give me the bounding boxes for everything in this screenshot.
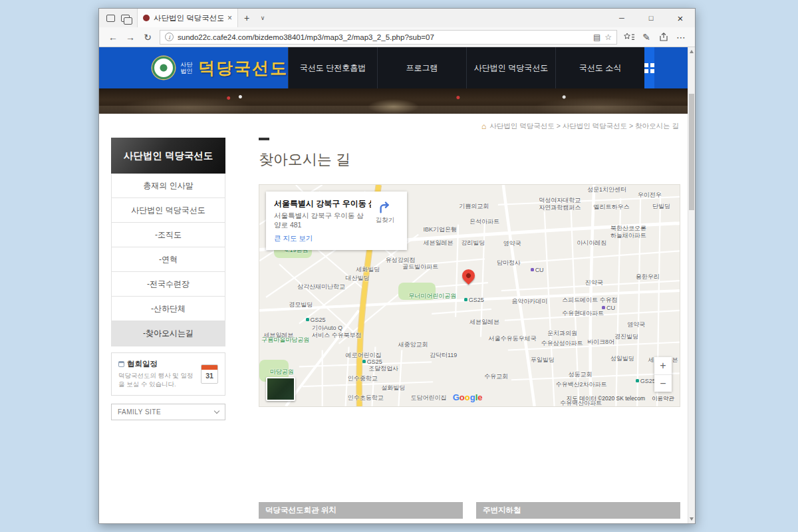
sidebar: 사단법인 덕당국선도 총재의 인사말사단법인 덕당국선도-조직도-연혁-전국수련… bbox=[111, 138, 225, 523]
minimize-button[interactable]: ─ bbox=[607, 9, 636, 27]
scroll-up-icon[interactable] bbox=[690, 50, 694, 53]
brand-dot-icon bbox=[306, 318, 309, 321]
directions-label: 길찾기 bbox=[376, 216, 395, 225]
scrollbar[interactable] bbox=[688, 47, 695, 523]
scroll-down-icon[interactable] bbox=[690, 517, 694, 521]
map-attribution: 지도 데이터 ©2020 SK telecom bbox=[567, 395, 645, 403]
section-title: 덕당국선도회관 위치 bbox=[259, 502, 463, 519]
map-label: 도담어린이집 bbox=[411, 394, 447, 402]
map-label: 북한산코오롱 하늘채아파트 bbox=[610, 225, 646, 239]
logo-title: 덕당국선도 bbox=[198, 57, 288, 79]
sidebar-menu: 총재의 인사말사단법인 덕당국선도-조직도-연혁-전국수련장-산하단체-찾아오시… bbox=[111, 174, 225, 346]
menu-grid-button[interactable] bbox=[644, 47, 654, 88]
sidebar-item[interactable]: -찾아오시는길 bbox=[112, 321, 225, 346]
map-label: 마당공원 bbox=[270, 368, 294, 376]
hub-icon[interactable] bbox=[620, 29, 638, 45]
schedule-title: 협회일정 bbox=[127, 359, 158, 369]
map-label: 수유백산2차아파트 bbox=[556, 381, 607, 388]
schedule-text: 협회일정 덕당국선도의 행사 및 일정을 보실 수 있습니다. bbox=[118, 359, 196, 389]
tab-title: 사단법인 덕당국선도 bbox=[154, 13, 223, 23]
map-label: 덕성여자대학교 자연과학캠퍼스 bbox=[539, 197, 581, 211]
map-label: 바이크8어 bbox=[587, 338, 614, 346]
map-label: 스피드메이트 수유점 bbox=[562, 297, 618, 304]
home-icon[interactable]: ⌂ bbox=[481, 122, 486, 130]
back-icon[interactable]: ← bbox=[104, 29, 122, 45]
zoom-out-button[interactable]: − bbox=[654, 374, 672, 392]
google-map[interactable]: 성문1치안센터우이전우단빌딩엘리트하우스덕성여자대학교 자연과학캠퍼스기쁨의교회… bbox=[259, 184, 680, 407]
map-label: 용한우리 bbox=[636, 273, 660, 281]
map-label: 인수중학교 bbox=[348, 375, 378, 382]
map-label: CU bbox=[531, 267, 544, 274]
nav-item[interactable]: 프로그램 bbox=[377, 47, 466, 88]
share-icon[interactable] bbox=[655, 29, 672, 45]
tab-bar: 사단법인 덕당국선도 × + ∨ ─ □ × bbox=[99, 9, 695, 27]
map-label: 수유현대아파트 bbox=[562, 310, 604, 317]
calendar-mini-icon bbox=[118, 361, 124, 367]
sidebar-item[interactable]: -산하단체 bbox=[112, 297, 225, 321]
brand-dot-icon bbox=[464, 298, 467, 301]
directions-button[interactable]: 길찾기 bbox=[371, 198, 399, 243]
reading-view-icon[interactable]: ▤ bbox=[593, 33, 600, 42]
map-label: 영약국 bbox=[503, 240, 521, 247]
sidebar-item[interactable]: 총재의 인사말 bbox=[112, 174, 225, 198]
view-larger-map-link[interactable]: 큰 지도 보기 bbox=[274, 234, 313, 243]
association-emblem-icon bbox=[152, 57, 175, 79]
sidebar-item[interactable]: -연혁 bbox=[112, 247, 225, 272]
nav-item[interactable]: 사단법인 덕당국선도 bbox=[466, 47, 555, 88]
url-text: sundo22c.cafe24.com/bizdemo38401/mp3/map… bbox=[178, 33, 589, 41]
page-info-icon[interactable]: i bbox=[165, 33, 174, 41]
tab-list-dropdown-icon[interactable]: ∨ bbox=[255, 9, 270, 27]
map-label: GS25 bbox=[636, 378, 656, 385]
map-label: 기아Auto Q 서비스 수유북부점 bbox=[312, 325, 362, 339]
sidebar-item[interactable]: 사단법인 덕당국선도 bbox=[112, 198, 225, 223]
maximize-button[interactable]: □ bbox=[636, 9, 666, 27]
map-label: 새중앙교회 bbox=[398, 341, 428, 348]
title-accent bbox=[259, 138, 269, 140]
set-tabs-aside-icon[interactable] bbox=[121, 15, 130, 22]
annotate-pen-icon[interactable]: ✎ bbox=[638, 29, 655, 45]
site-logo[interactable]: 사단법인 덕당국선도 bbox=[152, 57, 288, 79]
nav-item[interactable]: 국선도 소식 bbox=[555, 47, 644, 88]
brand-dot-icon bbox=[362, 360, 366, 363]
brand-dot-icon bbox=[531, 268, 534, 271]
map-label: 구름마을마당공원 bbox=[261, 336, 309, 344]
tab-close-icon[interactable]: × bbox=[227, 13, 232, 23]
terms-link[interactable]: 이용약관 bbox=[652, 395, 674, 403]
map-label: 경진빌딩 bbox=[614, 333, 638, 340]
scrollbar-thumb[interactable] bbox=[689, 94, 694, 210]
family-site-select[interactable]: FAMILY SITE bbox=[111, 404, 225, 420]
sidebar-item[interactable]: -전국수련장 bbox=[112, 272, 225, 297]
satellite-thumbnail[interactable] bbox=[266, 377, 295, 401]
sidebar-item[interactable]: -조직도 bbox=[112, 223, 225, 247]
schedule-box[interactable]: 협회일정 덕당국선도의 행사 및 일정을 보실 수 있습니다. 31 bbox=[111, 352, 225, 396]
site-favicon bbox=[143, 15, 150, 21]
map-label: 진약국 bbox=[585, 279, 603, 287]
close-button[interactable]: × bbox=[666, 9, 695, 27]
map-label: 세븐일레븐 bbox=[469, 319, 499, 326]
brand-dot-icon bbox=[602, 306, 605, 309]
browser-viewport: 사단법인 덕당국선도 국선도 단전호흡법프로그램사단법인 덕당국선도국선도 소식… bbox=[99, 47, 695, 523]
zoom-control: + − bbox=[654, 357, 672, 392]
nav-item[interactable]: 국선도 단전호흡법 bbox=[288, 47, 377, 88]
address-bar[interactable]: i sundo22c.cafe24.com/bizdemo38401/mp3/m… bbox=[160, 30, 617, 45]
map-label: 경모빌딩 bbox=[289, 301, 313, 309]
chevron-down-icon bbox=[214, 408, 219, 413]
google-logo: Google bbox=[453, 392, 483, 402]
info-sections: 덕당국선도회관 위치 주소 : 01029 서울시 강북구 삼양로 481, 1… bbox=[259, 502, 680, 523]
more-options-icon[interactable]: ⋯ bbox=[672, 29, 690, 45]
map-label: 성문1치안센터 bbox=[587, 186, 626, 194]
section-location: 덕당국선도회관 위치 주소 : 01029 서울시 강북구 삼양로 481, 1… bbox=[259, 502, 463, 523]
forward-icon[interactable]: → bbox=[122, 29, 139, 45]
zoom-in-button[interactable]: + bbox=[654, 357, 672, 374]
breadcrumb-path: 사단법인 덕당국선도 > 사단법인 덕당국선도 > 찾아오시는 길 bbox=[489, 122, 679, 131]
directions-icon bbox=[378, 200, 392, 214]
map-label: IBK기업은행 bbox=[423, 226, 457, 233]
refresh-icon[interactable]: ↻ bbox=[139, 29, 156, 45]
calendar-icon: 31 bbox=[201, 364, 218, 384]
map-label: 성동교회 bbox=[569, 371, 593, 378]
map-label: 엘리트하우스 bbox=[593, 203, 629, 211]
browser-tab[interactable]: 사단법인 덕당국선도 × bbox=[137, 9, 238, 27]
tab-preview-icon[interactable] bbox=[106, 15, 115, 22]
new-tab-button[interactable]: + bbox=[238, 9, 255, 27]
favorite-star-icon[interactable]: ☆ bbox=[604, 33, 612, 42]
